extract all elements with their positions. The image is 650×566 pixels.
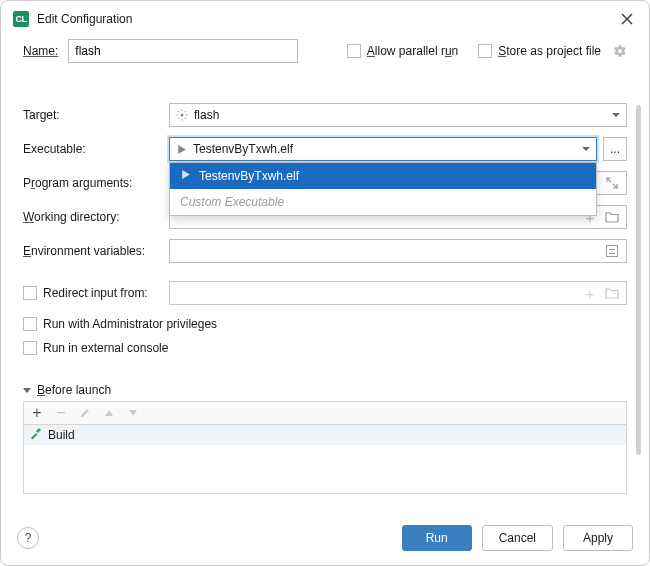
store-as-project-label: Store as project file xyxy=(498,44,601,58)
svg-marker-4 xyxy=(129,410,137,416)
add-icon[interactable]: + xyxy=(30,406,44,420)
folder-icon[interactable] xyxy=(604,209,620,225)
chevron-down-icon[interactable] xyxy=(23,388,31,393)
apply-button[interactable]: Apply xyxy=(563,525,633,551)
svg-point-0 xyxy=(181,114,184,117)
chevron-down-icon xyxy=(582,147,590,151)
store-as-project-checkbox[interactable] xyxy=(478,44,492,58)
allow-parallel-checkbox[interactable] xyxy=(347,44,361,58)
run-icon xyxy=(176,144,187,155)
target-value: flash xyxy=(194,108,606,122)
folder-icon[interactable] xyxy=(604,285,620,301)
working-dir-label: Working directory: xyxy=(23,210,169,224)
redirect-label: Redirect input from: xyxy=(43,286,148,300)
run-icon xyxy=(180,169,191,183)
up-icon xyxy=(102,406,116,420)
admin-priv-label: Run with Administrator privileges xyxy=(43,317,217,331)
plus-icon[interactable]: + xyxy=(582,285,598,301)
gear-icon[interactable] xyxy=(613,44,627,58)
target-combo[interactable]: flash xyxy=(169,103,627,127)
executable-browse-button[interactable]: ... xyxy=(603,137,627,161)
gear-icon xyxy=(176,109,188,121)
svg-marker-3 xyxy=(105,410,113,416)
redirect-input[interactable]: + xyxy=(169,281,627,305)
task-item[interactable]: Build xyxy=(24,425,626,445)
help-button[interactable]: ? xyxy=(17,527,39,549)
scrollbar[interactable] xyxy=(636,105,641,455)
target-label: Target: xyxy=(23,108,169,122)
program-args-label: Program arguments: xyxy=(23,176,169,190)
executable-option-1[interactable]: TestenvByTxwh.elf xyxy=(170,163,596,189)
admin-priv-checkbox[interactable] xyxy=(23,317,37,331)
external-console-checkbox[interactable] xyxy=(23,341,37,355)
name-input[interactable] xyxy=(68,39,298,63)
executable-dropdown: TestenvByTxwh.elf Custom Executable xyxy=(169,162,597,216)
remove-icon: − xyxy=(54,406,68,420)
list-icon[interactable] xyxy=(604,243,620,259)
cancel-button[interactable]: Cancel xyxy=(482,525,553,551)
before-launch-header: Before launch xyxy=(37,383,111,397)
before-launch-list[interactable]: Build xyxy=(23,424,627,494)
hammer-icon xyxy=(28,427,42,444)
run-button[interactable]: Run xyxy=(402,525,472,551)
env-vars-label: Environment variables: xyxy=(23,244,169,258)
app-icon: CL xyxy=(13,11,29,27)
name-label: Name: xyxy=(23,44,58,58)
executable-option-custom[interactable]: Custom Executable xyxy=(170,189,596,215)
down-icon xyxy=(126,406,140,420)
redirect-checkbox[interactable] xyxy=(23,286,37,300)
executable-option-label: Custom Executable xyxy=(180,195,284,209)
executable-combo[interactable]: TestenvByTxwh.elf TestenvByTxwh.elf Cust… xyxy=(169,137,597,161)
executable-label: Executable: xyxy=(23,142,169,156)
close-icon[interactable] xyxy=(617,9,637,29)
allow-parallel-label: AAllow parallel runllow parallel run xyxy=(367,44,458,58)
svg-marker-1 xyxy=(178,145,186,154)
chevron-down-icon xyxy=(612,113,620,117)
executable-value: TestenvByTxwh.elf xyxy=(193,142,576,156)
executable-option-label: TestenvByTxwh.elf xyxy=(199,169,299,183)
before-launch-toolbar: + − xyxy=(23,401,627,424)
edit-icon xyxy=(78,406,92,420)
task-label: Build xyxy=(48,428,75,442)
external-console-label: Run in external console xyxy=(43,341,168,355)
env-vars-input[interactable] xyxy=(169,239,627,263)
dialog-title: Edit Configuration xyxy=(37,12,609,26)
expand-icon[interactable] xyxy=(604,175,620,191)
svg-marker-2 xyxy=(182,170,190,179)
